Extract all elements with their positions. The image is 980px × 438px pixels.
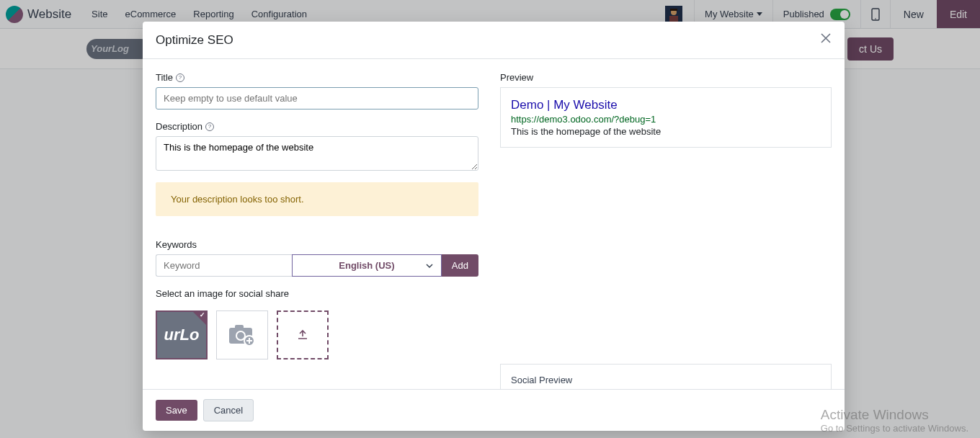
title-label: Title ? [156, 72, 478, 83]
svg-point-9 [237, 332, 244, 339]
preview-title: Demo | My Website [511, 98, 821, 112]
chevron-down-icon [425, 262, 434, 270]
seo-right-column: Preview Demo | My Website https://demo3.… [500, 72, 832, 376]
help-icon[interactable]: ? [176, 73, 184, 82]
keyword-input[interactable] [156, 254, 292, 277]
language-select[interactable]: English (US) [292, 254, 442, 277]
description-label: Description ? [156, 121, 478, 132]
preview-description: This is the homepage of the website [511, 126, 821, 137]
seo-left-column: Title ? Description ? Your description l… [156, 72, 478, 376]
language-value: English (US) [339, 260, 394, 271]
preview-label: Preview [500, 72, 832, 83]
save-button[interactable]: Save [156, 400, 197, 421]
title-input[interactable] [156, 87, 478, 110]
upload-icon [297, 329, 308, 341]
description-warning: Your description looks too short. [156, 182, 478, 216]
keywords-row: English (US) Add [156, 254, 478, 277]
modal-title: Optimize SEO [156, 33, 233, 48]
modal-body: Title ? Description ? Your description l… [143, 59, 845, 389]
svg-rect-7 [235, 325, 244, 329]
seo-modal: Optimize SEO Title ? Description ? Your … [143, 22, 845, 431]
social-image-thumbs: urLo [156, 310, 478, 359]
cancel-button[interactable]: Cancel [203, 399, 254, 421]
modal-header: Optimize SEO [143, 22, 845, 59]
help-icon[interactable]: ? [205, 122, 214, 131]
social-image-label: Select an image for social share [156, 288, 478, 299]
preview-url: https://demo3.odoo.com/?debug=1 [511, 114, 821, 125]
add-keyword-button[interactable]: Add [442, 254, 478, 277]
keywords-label: Keywords [156, 239, 478, 250]
close-icon [820, 32, 832, 44]
camera-icon [228, 323, 257, 347]
social-preview-label: Social Preview [501, 365, 831, 389]
social-preview: Social Preview [500, 364, 832, 389]
thumb-upload[interactable] [277, 310, 329, 359]
search-preview: Demo | My Website https://demo3.odoo.com… [500, 87, 832, 148]
description-input[interactable] [156, 136, 478, 171]
thumb-selected[interactable]: urLo [156, 310, 208, 359]
close-button[interactable] [820, 32, 832, 48]
modal-footer: Save Cancel [143, 389, 845, 431]
thumb-default[interactable] [216, 310, 268, 359]
